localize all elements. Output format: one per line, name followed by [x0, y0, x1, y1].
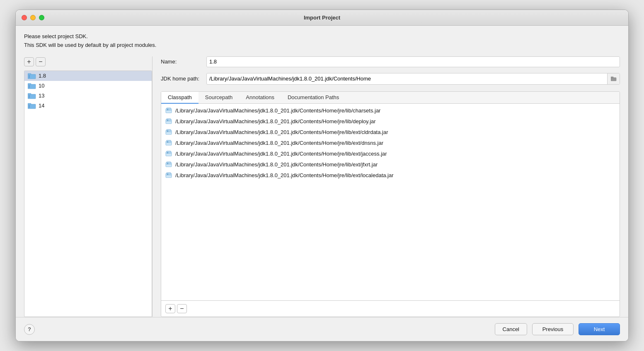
left-panel: + − 1.8	[24, 56, 153, 317]
description-line1: Please select project SDK.	[24, 33, 88, 39]
classpath-item[interactable]: /Library/Java/JavaVirtualMachines/jdk1.8…	[161, 149, 620, 159]
svg-rect-5	[29, 85, 30, 88]
tab-classpath[interactable]: Classpath	[161, 92, 199, 104]
import-project-dialog: Import Project Please select project SDK…	[15, 10, 629, 341]
jar-icon	[165, 172, 172, 179]
jar-icon	[165, 140, 172, 146]
tabs-header: Classpath Sourcepath Annotations Documen…	[161, 92, 620, 104]
folder-icon-14	[28, 102, 36, 109]
svg-rect-37	[167, 163, 168, 164]
svg-rect-10	[28, 103, 31, 105]
tab-documentation-paths[interactable]: Documentation Paths	[281, 92, 346, 104]
svg-rect-41	[167, 173, 168, 175]
svg-rect-33	[167, 152, 168, 154]
jdk-path-input[interactable]	[207, 73, 607, 84]
close-button[interactable]	[22, 15, 27, 20]
svg-rect-11	[29, 105, 30, 108]
folder-icon-13	[28, 93, 36, 99]
previous-button[interactable]: Previous	[532, 323, 574, 335]
svg-rect-2	[29, 75, 30, 78]
svg-rect-29	[167, 141, 168, 143]
sdk-toolbar: + −	[24, 56, 152, 67]
window-controls	[22, 15, 44, 20]
tab-sourcepath[interactable]: Sourcepath	[199, 92, 240, 104]
jar-icon	[165, 118, 172, 125]
main-content: + − 1.8	[24, 56, 620, 317]
jdk-path-label: JDK home path:	[161, 76, 206, 82]
footer-right: Cancel Previous Next	[495, 323, 620, 335]
browse-icon	[611, 76, 617, 81]
classpath-item[interactable]: /Library/Java/JavaVirtualMachines/jdk1.8…	[161, 159, 620, 170]
sdk-item-14[interactable]: 14	[24, 101, 152, 111]
classpath-path: /Library/Java/JavaVirtualMachines/jdk1.8…	[175, 107, 380, 114]
next-button[interactable]: Next	[579, 323, 620, 335]
svg-rect-7	[28, 93, 31, 95]
svg-rect-4	[28, 83, 31, 85]
svg-rect-21	[167, 119, 168, 121]
remove-classpath-button[interactable]: −	[177, 304, 187, 313]
jdk-path-input-wrap	[206, 73, 620, 85]
svg-rect-8	[29, 95, 30, 98]
classpath-path: /Library/Java/JavaVirtualMachines/jdk1.8…	[175, 129, 388, 135]
description-line2: This SDK will be used by default by all …	[24, 42, 156, 48]
sdk-name-10: 10	[39, 83, 44, 89]
folder-icon-10	[28, 83, 36, 89]
classpath-path: /Library/Java/JavaVirtualMachines/jdk1.8…	[175, 151, 387, 157]
sdk-name-1-8: 1.8	[39, 73, 46, 79]
browse-button[interactable]	[607, 73, 620, 84]
jar-icon	[165, 107, 172, 114]
jar-icon	[165, 129, 172, 136]
sdk-item-10[interactable]: 10	[24, 81, 152, 91]
svg-rect-13	[611, 77, 613, 78]
folder-icon-1-8	[28, 73, 36, 79]
classpath-path: /Library/Java/JavaVirtualMachines/jdk1.8…	[175, 118, 376, 124]
help-button[interactable]: ?	[24, 324, 35, 335]
maximize-button[interactable]	[39, 15, 44, 20]
svg-rect-17	[167, 109, 168, 110]
tabs-container: Classpath Sourcepath Annotations Documen…	[161, 91, 620, 317]
sdk-item-1-8[interactable]: 1.8	[24, 71, 152, 81]
classpath-path: /Library/Java/JavaVirtualMachines/jdk1.8…	[175, 161, 378, 168]
add-sdk-button[interactable]: +	[24, 57, 34, 66]
svg-rect-25	[167, 130, 168, 132]
svg-rect-1	[28, 73, 31, 75]
name-input[interactable]	[206, 56, 620, 67]
classpath-item[interactable]: /Library/Java/JavaVirtualMachines/jdk1.8…	[161, 170, 620, 181]
dialog-body: Please select project SDK. This SDK will…	[16, 26, 628, 317]
jar-icon	[165, 161, 172, 168]
remove-sdk-button[interactable]: −	[36, 57, 46, 66]
right-panel: Name: JDK home path:	[153, 56, 620, 317]
name-label: Name:	[161, 58, 206, 65]
classpath-item[interactable]: /Library/Java/JavaVirtualMachines/jdk1.8…	[161, 127, 620, 138]
footer-left: ?	[24, 324, 35, 335]
add-classpath-button[interactable]: +	[165, 304, 175, 313]
jdk-path-row: JDK home path:	[161, 73, 620, 85]
title-bar: Import Project	[16, 10, 628, 26]
classpath-list: /Library/Java/JavaVirtualMachines/jdk1.8…	[161, 104, 620, 300]
dialog-title: Import Project	[304, 15, 340, 21]
sdk-list: 1.8 10	[24, 71, 152, 317]
name-field-row: Name:	[161, 56, 620, 67]
classpath-item[interactable]: /Library/Java/JavaVirtualMachines/jdk1.8…	[161, 105, 620, 116]
sdk-name-13: 13	[39, 93, 44, 99]
classpath-item[interactable]: /Library/Java/JavaVirtualMachines/jdk1.8…	[161, 116, 620, 127]
tabs-content: /Library/Java/JavaVirtualMachines/jdk1.8…	[161, 104, 620, 317]
sdk-name-14: 14	[39, 102, 44, 109]
classpath-path: /Library/Java/JavaVirtualMachines/jdk1.8…	[175, 172, 394, 178]
cancel-button[interactable]: Cancel	[495, 323, 527, 335]
minimize-button[interactable]	[30, 15, 36, 20]
jar-icon	[165, 151, 172, 157]
classpath-toolbar: + −	[161, 300, 620, 317]
dialog-footer: ? Cancel Previous Next	[16, 317, 628, 341]
classpath-item[interactable]: /Library/Java/JavaVirtualMachines/jdk1.8…	[161, 138, 620, 149]
description-text: Please select project SDK. This SDK will…	[24, 32, 620, 50]
classpath-path: /Library/Java/JavaVirtualMachines/jdk1.8…	[175, 140, 383, 146]
sdk-item-13[interactable]: 13	[24, 91, 152, 101]
tab-annotations[interactable]: Annotations	[239, 92, 281, 104]
